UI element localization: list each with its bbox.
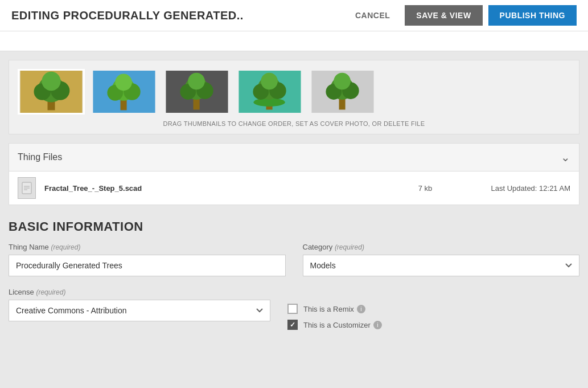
thing-name-input[interactable]	[9, 255, 286, 276]
thumbnails-section: DRAG THUMBNAILS TO CHANGE ORDER, SET AS …	[9, 60, 579, 134]
remix-info-icon[interactable]: i	[357, 305, 365, 313]
drag-hint: DRAG THUMBNAILS TO CHANGE ORDER, SET AS …	[18, 120, 570, 127]
is-remix-label: This is a Remix i	[303, 305, 365, 313]
is-remix-checkbox[interactable]	[287, 304, 298, 314]
thumbnails-row	[18, 69, 570, 115]
is-customizer-label: This is a Customizer i	[303, 321, 382, 329]
svg-point-5	[42, 72, 60, 91]
publish-button[interactable]: PUBLISH THING	[488, 5, 577, 26]
license-row: License (required) Creative Commons - At…	[9, 288, 579, 330]
thumbnail-1[interactable]	[18, 69, 85, 115]
white-bar	[0, 31, 588, 51]
thumbnail-5[interactable]	[309, 69, 376, 115]
save-view-button[interactable]: SAVE & VIEW	[405, 5, 482, 26]
thing-name-group: Thing Name (required)	[9, 243, 286, 276]
thing-name-label: Thing Name (required)	[9, 243, 286, 251]
header: EDITING PROCEDURALLY GENERATED.. CANCEL …	[0, 0, 588, 31]
category-label: Category (required)	[303, 243, 580, 251]
svg-rect-13	[194, 98, 200, 109]
main-content: DRAG THUMBNAILS TO CHANGE ORDER, SET AS …	[0, 51, 588, 341]
svg-point-24	[261, 73, 278, 90]
basic-info-title: BASIC INFORMATION	[9, 219, 579, 234]
category-select[interactable]: Models Art Fashion Gadgets Hobby Househo…	[303, 255, 580, 276]
thumbnail-4[interactable]	[236, 69, 303, 115]
file-size: 7 kb	[402, 184, 448, 193]
svg-point-17	[188, 73, 205, 90]
files-header: Thing Files ⌄	[9, 144, 579, 171]
file-name: Fractal_Tree_-_Step_5.scad	[44, 184, 394, 193]
header-actions: CANCEL SAVE & VIEW PUBLISH THING	[346, 5, 577, 26]
chevron-down-icon[interactable]: ⌄	[561, 150, 570, 164]
license-select[interactable]: Creative Commons - Attribution Creative …	[9, 300, 270, 321]
page-title: EDITING PROCEDURALLY GENERATED..	[11, 9, 244, 22]
checkbox-group: This is a Remix i This is a Customizer i	[287, 288, 579, 330]
customizer-info-icon[interactable]: i	[373, 321, 382, 329]
category-group: Category (required) Models Art Fashion G…	[303, 243, 580, 276]
basic-info-section: BASIC INFORMATION Thing Name (required) …	[9, 217, 579, 333]
svg-rect-7	[121, 100, 127, 111]
license-label: License (required)	[9, 288, 270, 296]
is-remix-item: This is a Remix i	[287, 304, 579, 314]
file-updated: Last Updated: 12:21 AM	[457, 184, 570, 193]
form-row-1: Thing Name (required) Category (required…	[9, 243, 579, 276]
cancel-button[interactable]: CANCEL	[346, 6, 399, 24]
files-section: Thing Files ⌄ Fractal_Tree_-_Step_5.scad…	[9, 143, 579, 205]
thumbnail-2[interactable]	[91, 69, 158, 115]
license-group: License (required) Creative Commons - At…	[9, 288, 270, 321]
file-icon	[18, 177, 36, 199]
file-row: Fractal_Tree_-_Step_5.scad 7 kb Last Upd…	[9, 171, 579, 205]
svg-point-30	[334, 73, 351, 90]
is-customizer-item: This is a Customizer i	[287, 320, 579, 330]
svg-rect-26	[339, 98, 346, 109]
svg-point-11	[115, 74, 132, 91]
is-customizer-checkbox[interactable]	[287, 320, 298, 330]
files-section-title: Thing Files	[18, 152, 62, 162]
thumbnail-3[interactable]	[163, 69, 231, 115]
